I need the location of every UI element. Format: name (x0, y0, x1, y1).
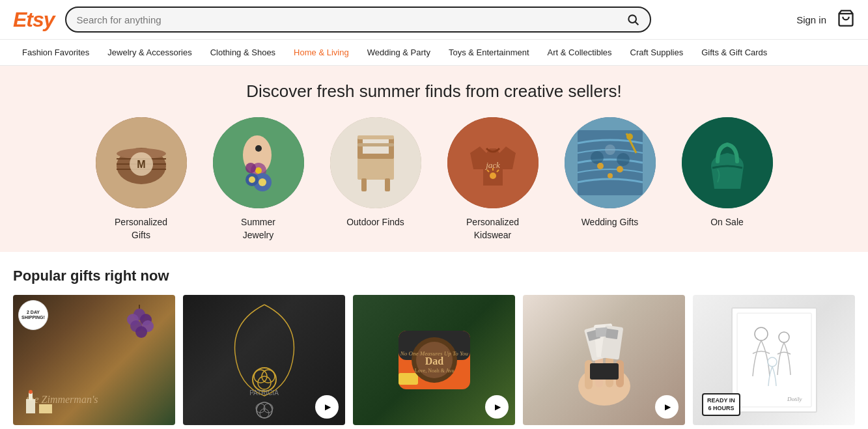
personalized-gifts-svg: M (96, 117, 187, 208)
svg-point-0 (628, 15, 636, 23)
svg-point-52 (135, 326, 147, 338)
play-button-2[interactable]: ▶ (315, 395, 339, 419)
category-label-summer-jewelry: SummerJewelry (241, 216, 275, 242)
outdoor-finds-svg (330, 117, 421, 208)
sign-in-button[interactable]: Sign in (796, 14, 826, 25)
category-image-on-sale (682, 117, 773, 208)
cart-svg (837, 9, 855, 27)
category-personalized-gifts[interactable]: M PersonalizedGifts (96, 117, 187, 242)
nav-item-fashion[interactable]: Fashion Favorites (13, 40, 98, 65)
category-image-personalized-kidswear: jack (447, 117, 539, 208)
svg-rect-57 (39, 404, 52, 413)
svg-rect-54 (26, 399, 35, 413)
category-label-personalized-kidswear: PersonalizedKidswear (466, 216, 519, 242)
svg-point-13 (255, 145, 262, 152)
category-wedding-gifts[interactable]: Wedding Gifts (565, 117, 656, 242)
svg-rect-22 (357, 156, 394, 180)
svg-text:Love, Noah & Ava: Love, Noah & Ava (414, 368, 454, 374)
category-on-sale[interactable]: On Sale (682, 117, 773, 242)
search-bar (65, 7, 651, 33)
nav-item-craft[interactable]: Craft Supplies (621, 40, 693, 65)
product-image-3: No One Measures Up To You Dad Love, Noah… (353, 295, 515, 425)
category-label-on-sale: On Sale (710, 216, 744, 229)
play-icon-3: ▶ (495, 402, 501, 411)
svg-text:Dotily: Dotily (787, 396, 802, 402)
category-image-wedding-gifts (565, 117, 656, 208)
hero-banner: Discover fresh summer finds from creativ… (0, 66, 868, 252)
product-card-3[interactable]: No One Measures Up To You Dad Love, Noah… (353, 295, 515, 425)
svg-point-40 (617, 153, 630, 166)
svg-rect-25 (385, 178, 390, 191)
photo-accordion-svg (552, 308, 656, 412)
wedding-gifts-svg (565, 117, 656, 208)
search-input[interactable] (77, 14, 626, 25)
svg-point-42 (617, 166, 623, 173)
nav-item-toys[interactable]: Toys & Entertainment (440, 40, 539, 65)
header-right: Sign in (796, 9, 855, 30)
svg-rect-68 (399, 373, 418, 385)
category-image-outdoor-finds (330, 117, 421, 208)
svg-rect-87 (737, 313, 811, 407)
category-summer-jewelry[interactable]: SummerJewelry (213, 117, 304, 242)
cart-icon[interactable] (837, 9, 855, 30)
svg-text:Dad: Dad (425, 355, 443, 367)
svg-point-15 (255, 167, 262, 174)
play-icon-4: ▶ (665, 402, 671, 411)
nav-item-home[interactable]: Home & Living (285, 40, 358, 65)
svg-point-43 (608, 173, 613, 178)
svg-line-1 (635, 22, 638, 25)
svg-rect-85 (590, 363, 619, 380)
svg-point-56 (29, 390, 33, 394)
hero-title: Discover fresh summer finds from creativ… (26, 81, 842, 102)
product-image-1: 2 DAYSHIPPING! the Zimmerman's (13, 295, 175, 425)
category-label-wedding-gifts: Wedding Gifts (581, 216, 639, 229)
product-image-2: PATRICIA ▶ (183, 295, 345, 425)
svg-point-18 (259, 178, 266, 186)
on-sale-svg (682, 117, 773, 208)
svg-point-32 (490, 173, 496, 179)
category-image-personalized-gifts: M (96, 117, 187, 208)
search-button[interactable] (626, 13, 639, 26)
svg-point-16 (245, 163, 256, 173)
product-name-label: PATRICIA (249, 389, 279, 396)
category-label-personalized-gifts: PersonalizedGifts (115, 216, 167, 242)
product-card-5[interactable]: Dotily READY IN6 HOURS (693, 295, 855, 425)
svg-rect-28 (357, 135, 394, 139)
search-icon (626, 13, 639, 26)
main-nav: Fashion Favorites Jewelry & Accessories … (0, 40, 868, 66)
svg-point-39 (605, 145, 615, 155)
category-image-summer-jewelry (213, 117, 304, 208)
nav-item-clothing[interactable]: Clothing & Shoes (201, 40, 285, 65)
play-button-4[interactable]: ▶ (655, 395, 679, 419)
play-icon-2: ▶ (325, 402, 331, 411)
nav-item-gifts[interactable]: Gifts & Gift Cards (692, 40, 776, 65)
nav-item-art[interactable]: Art & Collectibles (539, 40, 621, 65)
product-card-4[interactable]: ▶ (523, 295, 685, 425)
svg-text:M: M (137, 159, 145, 170)
nav-item-jewelry[interactable]: Jewelry & Accessories (98, 40, 201, 65)
category-label-outdoor-finds: Outdoor Finds (346, 216, 404, 229)
product-grid: 2 DAYSHIPPING! the Zimmerman's (13, 295, 855, 425)
summer-jewelry-svg (213, 117, 304, 208)
product-image-4: ▶ (523, 295, 685, 425)
popular-section-title: Popular gifts right now (13, 268, 855, 284)
etsy-logo[interactable]: Etsy (13, 8, 55, 32)
product-card-1[interactable]: 2 DAYSHIPPING! the Zimmerman's (13, 295, 175, 425)
play-button-3[interactable]: ▶ (485, 395, 509, 419)
food-decoration (110, 301, 169, 353)
candle-decoration (20, 386, 59, 419)
svg-point-20 (249, 176, 255, 183)
ready-badge: READY IN6 HOURS (702, 393, 740, 416)
header: Etsy Sign in (0, 0, 868, 40)
nav-item-wedding[interactable]: Wedding & Party (358, 40, 440, 65)
category-personalized-kidswear[interactable]: jack PersonalizedKidswear (447, 117, 539, 242)
tape-measure-svg: No One Measures Up To You Dad Love, Noah… (392, 318, 477, 402)
product-card-2[interactable]: PATRICIA ▶ (183, 295, 345, 425)
svg-rect-23 (357, 154, 394, 159)
category-outdoor-finds[interactable]: Outdoor Finds (330, 117, 421, 242)
category-circles: M PersonalizedGifts (26, 117, 842, 252)
pendant-sketch (248, 400, 281, 420)
svg-point-41 (597, 163, 604, 169)
svg-rect-29 (357, 143, 394, 146)
popular-section: Popular gifts right now 2 DAYSHIPPING! (0, 252, 868, 429)
